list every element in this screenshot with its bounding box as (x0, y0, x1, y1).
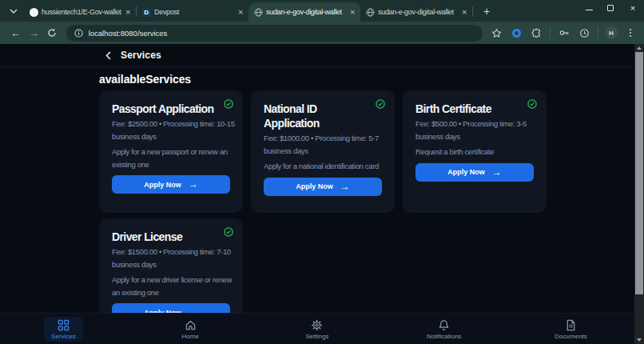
service-card-national-id: National ID Application Fee: $1000.00 • … (251, 90, 395, 213)
tab-close-icon[interactable]: × (237, 7, 244, 17)
browser-toolbar: ← → localhost:8080/services H (0, 22, 644, 44)
page-viewport: Services availableServices Passport Appl… (0, 44, 644, 344)
service-title: Birth Certificate (415, 102, 534, 116)
service-title: Driver License (112, 230, 230, 244)
apply-now-button[interactable]: Apply Now→ (264, 178, 382, 196)
tab-github[interactable]: hussientech1/E-Gov-wallet × (24, 2, 136, 22)
service-description: Apply for a national identification card (264, 160, 391, 173)
address-bar[interactable]: localhost:8080/services (66, 25, 483, 42)
page-scrollbar[interactable] (634, 44, 644, 344)
grid-icon (58, 319, 70, 331)
site-info-icon[interactable] (74, 29, 83, 38)
check-circle-icon (224, 99, 233, 109)
apply-now-button[interactable]: Apply Now→ (112, 175, 230, 194)
back-button[interactable]: ← (6, 23, 25, 42)
check-circle-icon (527, 99, 537, 109)
service-title: National ID Application (264, 102, 382, 130)
profile-avatar[interactable]: H (605, 26, 618, 39)
forward-button[interactable]: → (25, 23, 43, 42)
service-description: Request a birth certificate (415, 146, 543, 158)
tab-active-sudan-wallet[interactable]: sudan-e-gov-digital-wallet × (248, 2, 360, 22)
nav-item-documents[interactable]: Documents (507, 314, 634, 344)
service-description: Apply for a new passport or renew an exi… (112, 146, 239, 170)
apply-now-button[interactable]: Apply Now→ (415, 163, 534, 182)
service-fee: Fee: $1000.00 • Processing time: 5-7 bus… (264, 132, 391, 157)
bell-icon (438, 319, 450, 331)
scrollbar-up-arrow[interactable] (634, 44, 644, 52)
nav-item-services[interactable]: Services (0, 314, 127, 344)
tab-search-button[interactable] (5, 3, 22, 19)
browser-menu-icon[interactable] (623, 26, 638, 40)
nav-item-notifications[interactable]: Notifications (380, 314, 507, 344)
service-fee: Fee: $1500.00 • Processing time: 7-10 bu… (112, 246, 239, 270)
app-header: Services (0, 44, 644, 67)
tab-sudan-wallet-2[interactable]: sudan-e-gov-digital-wallet × (360, 2, 472, 22)
devpost-icon: D (141, 7, 151, 17)
bottom-navigation: Services Home Settings Notifications (0, 313, 634, 344)
back-chevron-icon[interactable] (105, 51, 111, 60)
service-fee: Fee: $500.00 • Processing time: 3-5 busi… (415, 118, 543, 142)
home-icon (185, 319, 197, 331)
services-grid: Passport Application Fee: $2500.00 • Pro… (99, 90, 547, 341)
window-minimize-button[interactable] (586, 6, 593, 10)
window-close-button[interactable]: × (628, 3, 638, 13)
tab-close-icon[interactable]: × (461, 7, 467, 17)
check-circle-icon (224, 227, 233, 237)
service-description: Apply for a new driver license or renew … (112, 274, 239, 298)
service-title: Passport Application (112, 102, 230, 116)
tab-devpost[interactable]: D Devpost × (137, 2, 248, 22)
service-card-birth-certificate: Birth Certificate Fee: $500.00 • Process… (403, 90, 547, 213)
globe-icon (365, 7, 375, 17)
main-content: availableServices Passport Application F… (0, 73, 644, 341)
history-clock-icon[interactable] (577, 26, 591, 40)
page-title: Services (121, 50, 161, 61)
tab-close-icon[interactable]: × (125, 7, 131, 17)
nav-item-home[interactable]: Home (127, 314, 254, 344)
nav-item-settings[interactable]: Settings (254, 314, 381, 344)
document-icon (565, 319, 577, 331)
service-card-passport: Passport Application Fee: $2500.00 • Pro… (99, 90, 243, 213)
reload-button[interactable] (43, 23, 62, 42)
tab-close-icon[interactable]: × (349, 7, 356, 17)
scrollbar-down-arrow[interactable] (634, 336, 644, 344)
scrollbar-thumb[interactable] (635, 52, 643, 294)
available-services-heading: availableServices (99, 73, 644, 86)
extensions-puzzle-icon[interactable] (529, 26, 543, 40)
extension-blue-icon[interactable] (509, 26, 523, 40)
url-text: localhost:8080/services (89, 29, 168, 38)
bookmark-star-icon[interactable] (489, 26, 503, 40)
browser-tab-strip: hussientech1/E-Gov-wallet × D Devpost × … (0, 0, 644, 22)
window-maximize-button[interactable] (607, 5, 614, 11)
new-tab-button[interactable]: + (478, 2, 495, 20)
github-icon (29, 7, 38, 17)
globe-icon (253, 7, 263, 17)
gear-icon (311, 319, 323, 331)
check-circle-icon (376, 99, 385, 109)
service-fee: Fee: $2500.00 • Processing time: 10-15 b… (112, 118, 239, 142)
password-key-icon[interactable] (557, 26, 571, 40)
